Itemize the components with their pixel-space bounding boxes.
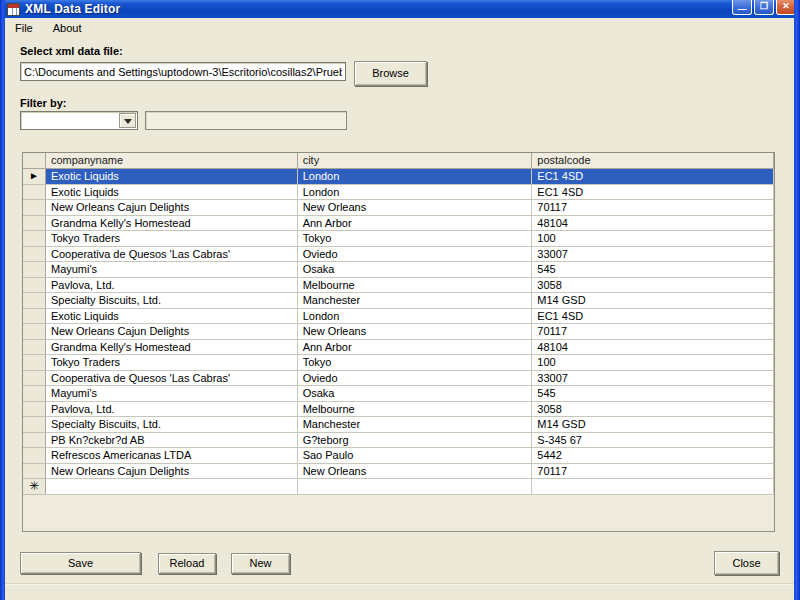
grid-cell[interactable]: Oviedo	[298, 371, 533, 387]
table-row[interactable]: Pavlova, Ltd. Melbourne 3058	[23, 402, 774, 418]
grid-cell[interactable]: M14 GSD	[532, 417, 774, 433]
grid-cell[interactable]: Refrescos Americanas LTDA	[46, 448, 298, 464]
grid-cell[interactable]: Tokyo	[298, 231, 533, 247]
grid-cell[interactable]: Ann Arbor	[298, 340, 533, 356]
grid-cell[interactable]: London	[298, 169, 533, 185]
filter-value-input[interactable]	[145, 111, 347, 130]
row-header-cell[interactable]	[23, 386, 46, 402]
grid-cell[interactable]: Melbourne	[298, 402, 533, 418]
row-header-cell[interactable]	[23, 324, 46, 340]
row-header-cell[interactable]	[23, 293, 46, 309]
grid-cell[interactable]: New Orleans Cajun Delights	[46, 464, 298, 480]
table-row[interactable]: Pavlova, Ltd. Melbourne 3058	[23, 278, 774, 294]
grid-cell[interactable]: Cooperativa de Quesos 'Las Cabras'	[46, 247, 298, 263]
column-header-city[interactable]: city	[298, 153, 533, 169]
grid-cell[interactable]: Ann Arbor	[298, 216, 533, 232]
grid-cell[interactable]: Tokyo	[298, 355, 533, 371]
menu-item-about[interactable]: About	[43, 19, 92, 37]
grid-cell[interactable]: Cooperativa de Quesos 'Las Cabras'	[46, 371, 298, 387]
grid-cell[interactable]: Specialty Biscuits, Ltd.	[46, 417, 298, 433]
table-row[interactable]: New Orleans Cajun Delights New Orleans 7…	[23, 324, 774, 340]
grid-cell[interactable]: 33007	[532, 247, 774, 263]
grid-cell[interactable]: 545	[532, 262, 774, 278]
grid-cell[interactable]: Pavlova, Ltd.	[46, 402, 298, 418]
filter-field-dropdown[interactable]	[20, 111, 138, 130]
table-row[interactable]: Exotic Liquids London EC1 4SD	[23, 309, 774, 325]
table-row[interactable]: PB Kn?ckebr?d AB G?teborg S-345 67	[23, 433, 774, 449]
grid-cell[interactable]: 3058	[532, 278, 774, 294]
grid-cell[interactable]: Sao Paulo	[298, 448, 533, 464]
grid-cell[interactable]: 100	[532, 355, 774, 371]
grid-cell[interactable]: 3058	[532, 402, 774, 418]
grid-cell[interactable]: 100	[532, 231, 774, 247]
close-window-button[interactable]: ✕	[776, 0, 796, 15]
grid-cell[interactable]: 48104	[532, 216, 774, 232]
grid-cell[interactable]: Grandma Kelly's Homestead	[46, 340, 298, 356]
grid-cell[interactable]: 545	[532, 386, 774, 402]
grid-cell[interactable]: Melbourne	[298, 278, 533, 294]
grid-cell[interactable]: Tokyo Traders	[46, 355, 298, 371]
grid-cell[interactable]: Grandma Kelly's Homestead	[46, 216, 298, 232]
table-row[interactable]: Tokyo Traders Tokyo 100	[23, 355, 774, 371]
grid-cell[interactable]: New Orleans	[298, 200, 533, 216]
grid-cell[interactable]: S-345 67	[532, 433, 774, 449]
grid-cell[interactable]: Specialty Biscuits, Ltd.	[46, 293, 298, 309]
reload-button[interactable]: Reload	[158, 553, 216, 574]
grid-cell[interactable]: Pavlova, Ltd.	[46, 278, 298, 294]
table-row[interactable]: Grandma Kelly's Homestead Ann Arbor 4810…	[23, 216, 774, 232]
row-header-cell[interactable]: ✳	[23, 479, 46, 495]
table-row[interactable]: Mayumi's Osaka 545	[23, 386, 774, 402]
grid-cell[interactable]: Osaka	[298, 386, 533, 402]
grid-cell[interactable]: EC1 4SD	[532, 169, 774, 185]
grid-cell[interactable]: EC1 4SD	[532, 185, 774, 201]
row-header-cell[interactable]	[23, 402, 46, 418]
row-header-cell[interactable]: ►	[23, 169, 46, 185]
grid-cell[interactable]: Exotic Liquids	[46, 169, 298, 185]
table-row[interactable]: New Orleans Cajun Delights New Orleans 7…	[23, 200, 774, 216]
grid-cell[interactable]	[46, 479, 298, 495]
grid-cell[interactable]: Mayumi's	[46, 386, 298, 402]
close-button[interactable]: Close	[714, 551, 779, 575]
grid-cell[interactable]: Exotic Liquids	[46, 309, 298, 325]
grid-cell[interactable]: M14 GSD	[532, 293, 774, 309]
title-bar[interactable]: XML Data Editor — ❐ ✕	[0, 0, 800, 18]
grid-cell[interactable]: EC1 4SD	[532, 309, 774, 325]
grid-cell[interactable]: Oviedo	[298, 247, 533, 263]
grid-cell[interactable]: 33007	[532, 371, 774, 387]
row-header-cell[interactable]	[23, 340, 46, 356]
grid-cell[interactable]: Osaka	[298, 262, 533, 278]
table-row[interactable]: Exotic Liquids London EC1 4SD	[23, 185, 774, 201]
grid-cell[interactable]: 70117	[532, 324, 774, 340]
xml-path-input[interactable]	[20, 62, 346, 81]
grid-cell[interactable]: New Orleans	[298, 324, 533, 340]
grid-cell[interactable]: G?teborg	[298, 433, 533, 449]
grid-cell[interactable]: Manchester	[298, 417, 533, 433]
row-header-cell[interactable]	[23, 371, 46, 387]
column-header-companyname[interactable]: companyname	[46, 153, 298, 169]
grid-cell[interactable]: New Orleans	[298, 464, 533, 480]
row-header-cell[interactable]	[23, 247, 46, 263]
row-header-cell[interactable]	[23, 309, 46, 325]
row-header-cell[interactable]	[23, 200, 46, 216]
table-row[interactable]: Specialty Biscuits, Ltd. Manchester M14 …	[23, 293, 774, 309]
row-header-cell[interactable]	[23, 417, 46, 433]
grid-cell[interactable]: Exotic Liquids	[46, 185, 298, 201]
save-button[interactable]: Save	[20, 552, 141, 574]
grid-cell[interactable]: Mayumi's	[46, 262, 298, 278]
table-row[interactable]: Refrescos Americanas LTDA Sao Paulo 5442	[23, 448, 774, 464]
grid-cell[interactable]: PB Kn?ckebr?d AB	[46, 433, 298, 449]
new-button[interactable]: New	[231, 553, 290, 574]
browse-button[interactable]: Browse	[354, 61, 427, 86]
table-row[interactable]: New Orleans Cajun Delights New Orleans 7…	[23, 464, 774, 480]
table-row[interactable]: Grandma Kelly's Homestead Ann Arbor 4810…	[23, 340, 774, 356]
data-grid[interactable]: companyname city postalcode ► Exotic Liq…	[22, 152, 775, 532]
table-row[interactable]: ► Exotic Liquids London EC1 4SD	[23, 169, 774, 185]
table-row[interactable]: Cooperativa de Quesos 'Las Cabras' Ovied…	[23, 371, 774, 387]
table-row[interactable]: Tokyo Traders Tokyo 100	[23, 231, 774, 247]
row-header-cell[interactable]	[23, 231, 46, 247]
row-header-cell[interactable]	[23, 262, 46, 278]
column-header-postalcode[interactable]: postalcode	[532, 153, 774, 169]
row-header-cell[interactable]	[23, 355, 46, 371]
row-header-cell[interactable]	[23, 464, 46, 480]
grid-cell[interactable]: London	[298, 185, 533, 201]
